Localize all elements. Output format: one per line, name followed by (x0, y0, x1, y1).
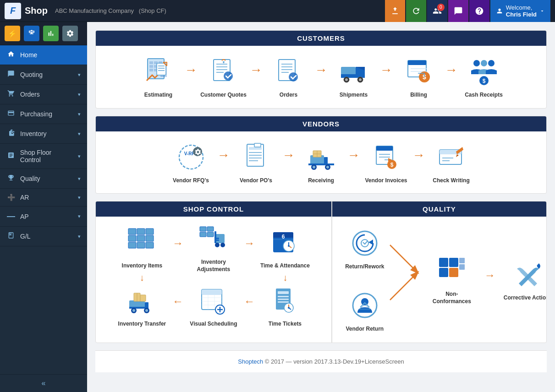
flow-inventory-adj[interactable]: Inventory Adjustments (186, 222, 241, 273)
sidebar-item-quoting[interactable]: Quoting ▾ (0, 65, 87, 85)
flow-check-writing[interactable]: Check Writing (426, 141, 477, 185)
arrow-5: → (445, 63, 458, 91)
svg-rect-89 (200, 232, 206, 237)
svg-rect-37 (408, 60, 426, 65)
flow-inventory-items[interactable]: Inventory Items (115, 226, 170, 270)
download-btn[interactable] (385, 0, 405, 22)
svg-rect-82 (137, 235, 145, 241)
shop-top-row: Inventory Items → (115, 222, 313, 273)
quality-diagram: Return/Rework (332, 217, 546, 343)
user-menu[interactable]: Welcome, Chris Field (490, 0, 550, 22)
chevron-icon: ▾ (78, 234, 81, 240)
flow-shipments[interactable]: Shipments (329, 55, 379, 99)
inventory-items-icon (126, 226, 159, 259)
sidebar-item-ap[interactable]: — AP ▾ (0, 207, 87, 227)
welcome-label: Welcome, Chris Field (506, 4, 537, 18)
shop-flow: Inventory Items → (96, 217, 331, 333)
arrow-v3: → (347, 148, 360, 176)
sidebar-item-home[interactable]: Home (0, 45, 87, 65)
users-btn[interactable]: 0 (427, 0, 447, 22)
svg-rect-115 (140, 295, 146, 301)
customer-quotes-label: Customer Quotes (200, 92, 247, 99)
chat-btn[interactable] (448, 0, 468, 22)
app-logo[interactable]: F (5, 3, 21, 19)
billing-icon-wrap: $ (402, 55, 435, 88)
vendors-body: V-RFQ Vendor RFQ's → (96, 131, 546, 194)
svg-point-27 (289, 72, 298, 82)
refresh-btn[interactable] (406, 0, 426, 22)
sidebar-item-shopfloor[interactable]: Shop Floor Control ▾ (0, 144, 87, 169)
svg-rect-88 (207, 227, 214, 231)
flow-time-tickets[interactable]: Time Tickets (258, 284, 313, 328)
billing-label: Billing (410, 92, 427, 99)
flow-inventory-transfer[interactable]: Inventory Transfer (115, 284, 170, 328)
flow-vendor-invoices[interactable]: $ Vendor Invoices (361, 141, 412, 185)
flow-vendor-pos[interactable]: Vendor PO's (231, 141, 281, 185)
sidebar-item-purchasing[interactable]: Purchasing ▾ (0, 104, 87, 124)
shortcut-lightning[interactable]: ⚡ (5, 26, 20, 41)
svg-point-95 (215, 243, 220, 247)
svg-rect-68 (376, 146, 393, 151)
sidebar-item-ar[interactable]: ➕ AR ▾ (0, 189, 87, 207)
flow-orders[interactable]: Orders (264, 55, 314, 99)
flow-estimating[interactable]: Estimating (133, 55, 184, 99)
flow-vendor-return[interactable]: Vendor Return (340, 289, 390, 333)
estimating-icon-wrap (142, 55, 175, 88)
svg-text:$: $ (482, 78, 485, 84)
flow-receiving[interactable]: Receiving (296, 141, 346, 185)
svg-rect-1 (149, 61, 153, 64)
vendor-return-label: Vendor Return (346, 326, 384, 333)
flow-time-attendance[interactable]: 6 Time & Attendance (258, 226, 313, 270)
svg-rect-145 (449, 258, 458, 267)
sidebar-item-quality[interactable]: Quality ▾ (0, 169, 87, 189)
arrow-v2: → (282, 148, 295, 176)
footer-brand: Shoptech (238, 358, 263, 365)
svg-rect-80 (146, 229, 154, 234)
svg-point-96 (220, 243, 225, 247)
shortcut-chart[interactable] (43, 26, 59, 41)
ap-icon: — (6, 212, 16, 221)
time-attendance-label: Time & Attendance (260, 262, 310, 270)
sidebar-item-gl[interactable]: G/L ▾ (0, 227, 87, 246)
time-tickets-icon (269, 284, 302, 317)
flow-corrective-actions[interactable]: Corrective Actions (503, 258, 547, 302)
shortcut-settings[interactable] (62, 26, 78, 41)
gl-icon (6, 232, 16, 241)
non-conformances-icon (435, 254, 468, 287)
svg-rect-83 (146, 235, 154, 241)
flow-cash-receipts[interactable]: $ Cash Receipts (459, 55, 509, 99)
shop-down-arrows: ↓ ↓ (100, 273, 327, 282)
sidebar-collapse-btn[interactable]: « (0, 374, 87, 392)
footer: Shoptech © 2017 — version 2017.3.13-Dev.… (95, 350, 547, 372)
bottom-two-col: SHOP CONTROL (95, 201, 547, 343)
help-btn[interactable] (469, 0, 489, 22)
flow-visual-scheduling[interactable]: Visual Scheduling (186, 284, 241, 328)
flow-billing[interactable]: $ Billing (394, 55, 444, 99)
chevron-icon: ▾ (78, 72, 81, 78)
shortcut-org[interactable] (24, 26, 39, 41)
ar-icon: ➕ (6, 194, 16, 201)
arrow-3: → (315, 63, 328, 91)
flow-return-rework[interactable]: Return/Rework (340, 227, 390, 271)
svg-rect-94 (214, 240, 219, 241)
svg-rect-79 (137, 229, 145, 234)
main-layout: ⚡ Home Quoting ▾ (0, 22, 555, 392)
sidebar-item-orders[interactable]: Orders ▾ (0, 85, 87, 104)
svg-rect-81 (128, 235, 136, 241)
chevron-icon: ▾ (78, 92, 81, 98)
svg-point-44 (488, 60, 495, 66)
flow-non-conformances[interactable]: Non-Conformances (427, 254, 477, 305)
sidebar-item-inventory[interactable]: Inventory ▾ (0, 124, 87, 144)
quality-section: QUALITY (332, 201, 547, 343)
down-arrow-2: ↓ (283, 273, 287, 282)
orders-icon (6, 90, 16, 99)
notification-badge: 0 (437, 4, 445, 11)
svg-rect-127 (278, 291, 289, 294)
flow-vendor-rfq[interactable]: V-RFQ Vendor RFQ's (166, 141, 216, 185)
company-name: ABC Manufacturing Company (Shop CF) (55, 7, 166, 14)
flow-customer-quotes[interactable]: Customer Quotes (198, 55, 249, 99)
svg-text:6: 6 (282, 234, 285, 240)
svg-rect-146 (439, 268, 448, 277)
svg-rect-129 (278, 299, 289, 300)
visual-scheduling-icon (197, 284, 230, 317)
